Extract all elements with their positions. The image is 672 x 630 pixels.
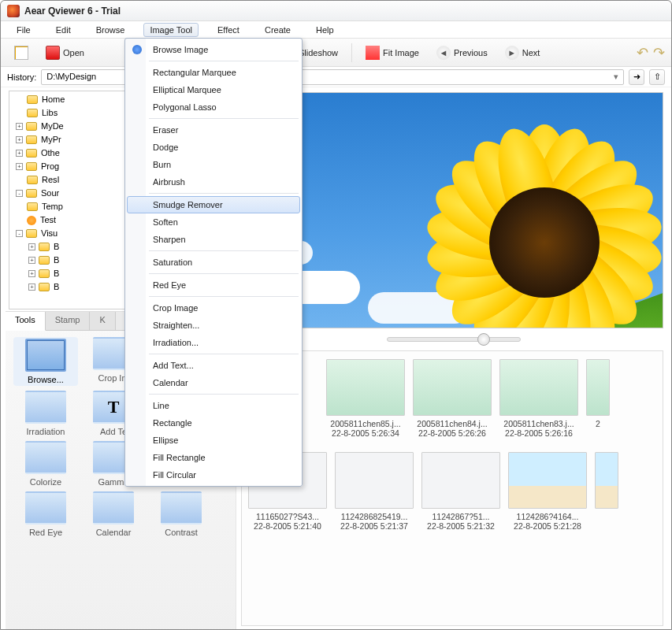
thumbnail-filename: 2005811chen85.j... [326,419,405,428]
zoom-knob[interactable] [477,333,490,346]
next-button[interactable]: ►Next [498,43,548,63]
dropdown-item[interactable]: Burn [127,156,300,173]
tool-item[interactable]: Colorize [13,441,78,487]
thumbnail-image [586,359,610,416]
folder-icon [27,202,38,211]
tree-item-label: Sour [41,187,59,200]
dropdown-item-label: Airbrush [153,177,185,187]
menu-help[interactable]: Help [310,23,340,37]
tool-item[interactable]: Calendar [81,491,146,537]
tab-k[interactable]: K [90,312,115,330]
dropdown-item[interactable]: Red Eye [127,276,300,294]
dropdown-item[interactable]: Fill Rectangle [127,449,300,466]
dropdown-item-label: Sharpen [153,235,186,244]
open-icon [46,46,60,60]
tab-tools[interactable]: Tools [6,312,46,331]
thumbnail-timestamp: 22-8-2005 5:26:34 [326,428,405,438]
dropdown-item[interactable]: Line [127,397,300,414]
tree-item-label: B [54,240,59,254]
open-label: Open [63,48,84,57]
dropdown-item[interactable]: Eraser [127,121,300,139]
dropdown-item[interactable]: Add Text... [127,357,300,374]
dropdown-item[interactable]: Dodge [127,139,300,156]
image-preview[interactable] [241,92,663,328]
thumbnail-timestamp: 22-8-2005 5:21:37 [335,521,414,531]
thumbnail-timestamp: 22-8-2005 5:21:28 [508,521,587,531]
dropdown-item[interactable]: Polygonal Lasso [127,98,300,116]
tree-item-label: Othe [41,146,60,160]
folder-icon [26,162,37,171]
menu-browse[interactable]: Browse [90,23,132,37]
tool-thumb [25,441,66,474]
dropdown-item-label: Soften [153,217,178,227]
dropdown-item[interactable]: Crop Image [127,299,300,317]
redo-button[interactable]: ↷ [653,44,665,61]
menu-effect[interactable]: Effect [211,23,246,37]
thumbnail-item[interactable]: 2005811chen83.j...22-8-2005 5:26:16 [499,359,578,438]
dropdown-item-label: Elliptical Marquee [153,85,221,94]
open-button[interactable]: Open [39,43,91,63]
dropdown-item[interactable]: Sharpen [127,231,300,248]
dropdown-item[interactable]: Soften [127,213,300,231]
image-tool-dropdown[interactable]: Browse ImageRectangular MarqueeElliptica… [124,38,303,487]
dropdown-item[interactable]: Rectangle [127,414,300,432]
dropdown-item[interactable]: Saturation [127,254,300,271]
thumbnail-item[interactable]: 1124286825419...22-8-2005 5:21:37 [335,452,414,531]
undo-button[interactable]: ↶ [637,44,648,61]
globe-icon [132,45,142,54]
next-label: Next [522,48,540,57]
menu-edit[interactable]: Edit [50,23,77,37]
thumbnail-browser[interactable]: en87.j...:26:482005811chen85.j...22-8-20… [241,350,663,626]
menu-create[interactable]: Create [258,23,297,37]
tool-item[interactable]: Browse... [13,337,78,386]
title-bar: Aear Qviewer 6 - Trial [1,1,671,21]
folder-icon [26,189,37,198]
tree-item-label: MyDe [41,120,64,133]
slideshow-label: Slideshow [299,48,338,57]
dropdown-item-label: Rectangle [153,418,192,428]
thumbnail-item[interactable]: 2005811chen84.j...22-8-2005 5:26:26 [413,359,492,438]
tool-item[interactable]: Red Eye [13,491,78,537]
thumbnail-item[interactable]: 11242867?51...22-8-2005 5:21:32 [421,452,500,531]
zoom-slider[interactable] [387,337,521,342]
tool-item[interactable]: Irradiation [13,391,78,436]
dropdown-item-label: Saturation [153,258,192,267]
folder-icon [26,135,37,144]
dropdown-item[interactable]: Irradiation... [127,334,300,351]
dropdown-item[interactable]: Elliptical Marquee [127,81,300,98]
tab-stamp[interactable]: Stamp [46,312,91,330]
fit-image-button[interactable]: Fit Image [358,43,426,63]
history-go-button[interactable]: ➜ [629,69,644,85]
dropdown-item[interactable]: Calendar [127,374,300,391]
thumbnail-item[interactable] [595,452,618,531]
dropdown-item-label: Fill Rectangle [153,453,206,462]
dropdown-item[interactable]: Airbrush [127,173,300,191]
tree-item-label: Prog [41,160,59,173]
tree-item-label: ResI [42,173,60,187]
tool-item-label: Browse... [13,375,78,384]
menu-image-tool[interactable]: Image Tool [143,23,199,37]
thumbnail-item[interactable]: 2005811chen85.j...22-8-2005 5:26:34 [326,359,405,438]
history-up-button[interactable]: ⇧ [649,69,665,85]
new-button[interactable] [7,43,35,63]
dropdown-item[interactable]: Smudge Remover [127,196,300,213]
tool-item[interactable]: Contrast [149,491,213,537]
dropdown-item[interactable]: Rectangular Marquee [127,64,300,81]
thumbnail-image [499,359,578,416]
dropdown-item-label: Crop Image [153,303,198,313]
dropdown-item[interactable]: Browse Image [127,41,300,58]
dropdown-item-label: Rectangular Marquee [153,68,236,77]
previous-button[interactable]: ◄Previous [429,43,495,63]
thumbnail-item[interactable]: 1124286?4164...22-8-2005 5:21:28 [508,452,587,531]
folder-icon [26,149,37,158]
dropdown-separator [149,250,299,251]
dropdown-item[interactable]: Ellipse [127,432,300,449]
dropdown-item[interactable]: Fill Circular [127,466,300,484]
thumbnail-filename: 2 [586,419,610,428]
menu-file[interactable]: File [10,23,37,37]
fit-icon [366,46,380,60]
dropdown-item-label: Add Text... [153,361,194,370]
dropdown-item[interactable]: Straighten... [127,317,300,334]
thumbnail-image [508,452,587,509]
thumbnail-item[interactable]: 2 [586,359,610,438]
